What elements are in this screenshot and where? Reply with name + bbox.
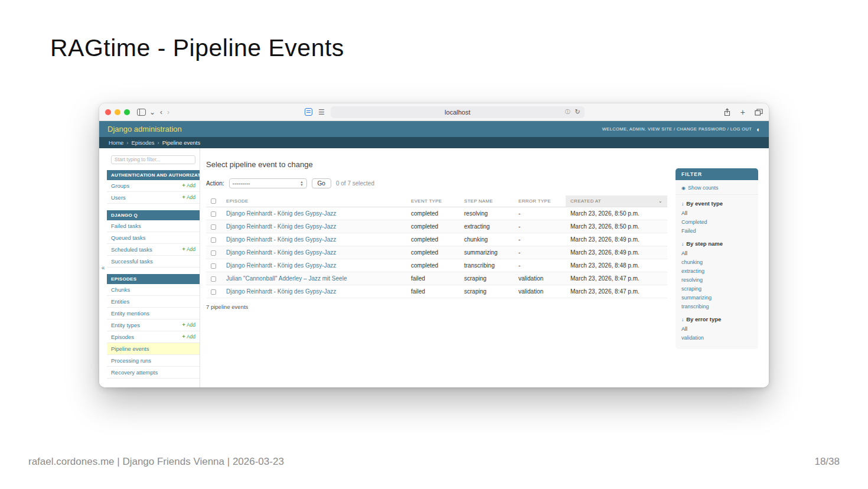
address-bar[interactable]: localhost ⓘ ↻: [331, 106, 585, 118]
sidebar-item-queued-tasks[interactable]: Queued tasks: [107, 232, 200, 244]
add-groups-link[interactable]: +Add: [182, 182, 195, 188]
sidebar-item-entity-mentions[interactable]: Entity mentions: [107, 308, 200, 320]
row-checkbox[interactable]: [211, 237, 216, 243]
slide-footer: rafael.cordones.me | Django Friends Vien…: [28, 456, 284, 468]
filter-option[interactable]: chunking: [676, 257, 758, 266]
sidebar-item-groups[interactable]: Groups +Add: [107, 180, 200, 192]
reader-icon[interactable]: [305, 108, 312, 116]
filter-group-toggle[interactable]: ↓ By event type: [676, 195, 758, 208]
episode-link[interactable]: Django Reinhardt - König des Gypsy-Jazz: [226, 288, 336, 295]
created-at-cell: March 23, 2026, 8:47 p.m.: [566, 285, 667, 298]
filter-option[interactable]: resolving: [676, 275, 758, 284]
episode-link[interactable]: Django Reinhardt - König des Gypsy-Jazz: [226, 236, 336, 243]
event-type-cell: failed: [406, 285, 459, 298]
sidebar-toggle-icon[interactable]: [137, 109, 146, 116]
add-users-link[interactable]: +Add: [182, 194, 195, 200]
zoom-window-button[interactable]: [124, 109, 130, 115]
sidebar-item-users[interactable]: Users +Add: [107, 192, 200, 204]
sort-descending-icon[interactable]: ⌄: [658, 198, 663, 204]
minimize-window-button[interactable]: [115, 109, 120, 115]
sidebar-item-successful-tasks[interactable]: Successful tasks: [107, 256, 200, 268]
result-count: 7 pipeline events: [206, 304, 667, 310]
browser-chrome: ⌄ ‹ › ☰ localhost ⓘ ↻ +: [99, 103, 769, 121]
back-icon[interactable]: ‹: [158, 109, 165, 116]
action-select[interactable]: --------- ▲▼: [229, 178, 307, 188]
filter-option[interactable]: All: [676, 208, 758, 217]
episode-link[interactable]: Django Reinhardt - König des Gypsy-Jazz: [226, 223, 336, 230]
error-type-cell: -: [514, 259, 566, 272]
forward-icon[interactable]: ›: [165, 109, 172, 116]
filter-option[interactable]: extracting: [676, 266, 758, 275]
tab-overview-icon[interactable]: [755, 109, 763, 116]
column-header-event-type[interactable]: EVENT TYPE: [406, 195, 459, 207]
episode-link[interactable]: Django Reinhardt - König des Gypsy-Jazz: [226, 210, 336, 217]
window-controls: [105, 109, 130, 115]
filter-option[interactable]: Completed: [676, 217, 758, 226]
counts-icon: ◉: [681, 185, 686, 191]
created-at-cell: March 23, 2026, 8:50 p.m.: [566, 207, 667, 220]
breadcrumb-home[interactable]: Home: [109, 139, 123, 146]
column-header-created-at[interactable]: CREATED AT⌄: [566, 195, 667, 207]
site-name[interactable]: Django administration: [107, 125, 182, 133]
show-counts-link[interactable]: ◉ Show counts: [676, 180, 758, 195]
row-checkbox[interactable]: [211, 250, 216, 256]
browser-window: ⌄ ‹ › ☰ localhost ⓘ ↻ + Django admi: [99, 103, 769, 387]
filter-option[interactable]: All: [676, 249, 758, 257]
add-scheduled-task-link[interactable]: +Add: [182, 246, 195, 252]
sidebar-item-pipeline-events[interactable]: Pipeline events: [107, 343, 200, 355]
go-button[interactable]: Go: [312, 178, 331, 188]
sidebar-item-chunks[interactable]: Chunks: [107, 284, 200, 296]
add-episode-link[interactable]: +Add: [182, 334, 195, 340]
filter-group-toggle[interactable]: ↓ By step name: [676, 235, 758, 249]
action-label: Action:: [206, 180, 224, 187]
filter-group-error-type: ↓ By error type All validation: [676, 311, 758, 342]
column-header-episode[interactable]: EPISODE: [221, 195, 406, 207]
selection-counter: 0 of 7 selected: [336, 180, 374, 187]
module-caption: DJANGO Q: [107, 210, 200, 220]
created-at-cell: March 23, 2026, 8:50 p.m.: [566, 220, 667, 233]
row-checkbox[interactable]: [211, 276, 216, 282]
episode-link[interactable]: Django Reinhardt - König des Gypsy-Jazz: [226, 249, 336, 256]
plus-icon: +: [182, 194, 185, 200]
sidebar-item-episodes[interactable]: Episodes +Add: [107, 331, 200, 343]
sidebar-item-entities[interactable]: Entities: [107, 296, 200, 308]
chevron-down-icon[interactable]: ⌄: [147, 109, 158, 116]
filter-group-toggle[interactable]: ↓ By error type: [676, 311, 758, 324]
error-type-cell: -: [514, 220, 566, 233]
sidebar-item-failed-tasks[interactable]: Failed tasks: [107, 220, 200, 232]
user-tools[interactable]: WELCOME, ADMIN. VIEW SITE / CHANGE PASSW…: [602, 126, 752, 132]
sidebar-item-recovery-attempts[interactable]: Recovery attempts: [107, 367, 200, 379]
filter-option[interactable]: transcribing: [676, 302, 758, 311]
close-window-button[interactable]: [105, 109, 111, 115]
column-header-error-type[interactable]: ERROR TYPE: [514, 195, 566, 207]
row-checkbox[interactable]: [211, 289, 216, 295]
select-all-checkbox[interactable]: [211, 198, 216, 204]
sidebar-collapse-toggle[interactable]: «: [99, 148, 107, 387]
sidebar-item-processing-runs[interactable]: Processing runs: [107, 355, 200, 367]
list-icon[interactable]: ☰: [318, 108, 325, 116]
episode-link[interactable]: Julian "Cannonball" Adderley – Jazz mit …: [226, 275, 347, 282]
filter-option[interactable]: Failed: [676, 226, 758, 235]
sidebar-filter-input[interactable]: [111, 155, 195, 164]
plus-icon: +: [182, 246, 185, 252]
filter-option[interactable]: summarizing: [676, 293, 758, 302]
new-tab-icon[interactable]: +: [738, 108, 748, 116]
filter-option[interactable]: validation: [676, 333, 758, 342]
filter-option[interactable]: All: [676, 324, 758, 333]
column-header-step-name[interactable]: STEP NAME: [459, 195, 514, 207]
add-entity-type-link[interactable]: +Add: [182, 322, 195, 328]
episode-link[interactable]: Django Reinhardt - König des Gypsy-Jazz: [226, 262, 336, 269]
breadcrumb-episodes[interactable]: Episodes: [132, 139, 155, 146]
row-checkbox[interactable]: [211, 224, 216, 230]
event-type-cell: failed: [406, 272, 459, 285]
share-icon[interactable]: [723, 108, 731, 116]
theme-toggle-icon[interactable]: ◐: [756, 126, 761, 133]
site-settings-icon[interactable]: ⓘ: [565, 108, 570, 116]
sidebar-item-entity-types[interactable]: Entity types +Add: [107, 320, 200, 331]
reload-icon[interactable]: ↻: [575, 108, 580, 116]
row-checkbox[interactable]: [211, 263, 216, 269]
filter-option[interactable]: scraping: [676, 284, 758, 293]
row-checkbox[interactable]: [211, 211, 216, 217]
sidebar-item-scheduled-tasks[interactable]: Scheduled tasks +Add: [107, 244, 200, 256]
filter-group-event-type: ↓ By event type All Completed Failed: [676, 195, 758, 235]
